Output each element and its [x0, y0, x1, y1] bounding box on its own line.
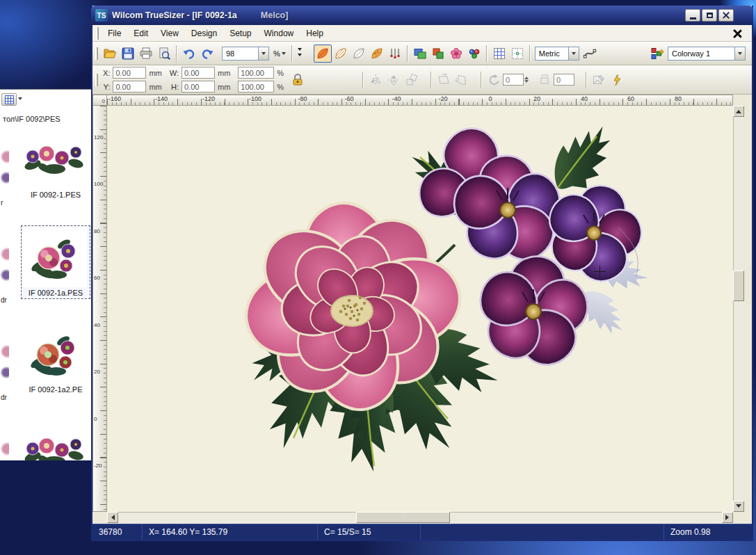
- print-preview-button[interactable]: [155, 45, 173, 63]
- undo-button[interactable]: [180, 45, 198, 63]
- menu-window[interactable]: Window: [258, 26, 300, 41]
- redo-button[interactable]: [198, 45, 216, 63]
- horizontal-scrollbar[interactable]: [107, 512, 733, 523]
- titlebar[interactable]: TS Wilcom TrueSizer - [IF 0092-1a Melco]: [91, 6, 753, 25]
- file-thumbnail-2-selected[interactable]: IF 0092-1a.PES: [21, 225, 90, 299]
- scroll-left-button[interactable]: [107, 512, 118, 523]
- skew-angle-field[interactable]: 0: [554, 74, 574, 86]
- file-thumbnail-4[interactable]: [21, 420, 90, 460]
- flip-horizontal-icon: [369, 73, 383, 87]
- horizontal-scroll-thumb[interactable]: [356, 512, 450, 523]
- separator: [486, 45, 488, 62]
- separator: [176, 45, 177, 62]
- menu-file[interactable]: File: [102, 26, 127, 41]
- print-button[interactable]: [137, 45, 155, 63]
- restore-icon: [707, 13, 713, 18]
- skew-vertical-button[interactable]: [453, 71, 471, 89]
- window-frame-filler: [744, 95, 752, 523]
- scale-x-field[interactable]: 100.00: [238, 67, 274, 79]
- vertical-scroll-thumb[interactable]: [733, 271, 744, 301]
- units-value[interactable]: Metric: [535, 47, 568, 61]
- document-close-icon[interactable]: [732, 29, 742, 38]
- colorway-dropdown-icon[interactable]: [734, 47, 746, 61]
- maximize-button[interactable]: [702, 9, 717, 22]
- scale-x-unit: %: [277, 69, 284, 77]
- rotate-ccw-button[interactable]: [485, 71, 503, 89]
- separator: [481, 72, 482, 88]
- zoom-dropdown-icon[interactable]: [258, 47, 269, 61]
- toolbar-drag-handle[interactable]: [95, 74, 98, 86]
- minimize-button[interactable]: [685, 9, 700, 22]
- grid-view-icon: [5, 95, 14, 104]
- colorway-value[interactable]: Colorway 1: [668, 47, 734, 61]
- needle-points-icon: [388, 47, 402, 61]
- file-thumbnail-1[interactable]: IF 0092-1.PES: [21, 128, 90, 200]
- grid-toggle-button[interactable]: [490, 45, 508, 63]
- truncated-caption: r: [1, 199, 3, 207]
- ruler-label: -20: [438, 95, 447, 102]
- truesizer-window: TS Wilcom TrueSizer - [IF 0092-1a Melco]…: [91, 6, 753, 541]
- x-field[interactable]: 0.00: [113, 67, 146, 79]
- product-color-button[interactable]: [429, 45, 447, 63]
- close-button[interactable]: [718, 9, 734, 22]
- rotate-angle-spinner[interactable]: [524, 74, 529, 85]
- rotate-angle-field[interactable]: 0: [503, 74, 524, 86]
- units-dropdown-icon[interactable]: [568, 47, 579, 61]
- separator: [529, 45, 531, 62]
- ruler-label: 40: [581, 95, 588, 102]
- colorway-editor-button[interactable]: [648, 45, 666, 63]
- percent-dropdown-icon[interactable]: [282, 52, 286, 57]
- colorway-combo[interactable]: Colorway 1: [668, 47, 746, 61]
- design-canvas[interactable]: [107, 106, 733, 512]
- stitch-view-button[interactable]: [332, 45, 350, 63]
- width-field[interactable]: 0.00: [182, 67, 215, 79]
- menu-setup[interactable]: Setup: [223, 26, 257, 41]
- stitch-edit-button[interactable]: [590, 71, 608, 89]
- outline-view-button[interactable]: [350, 45, 368, 63]
- flip-vertical-button[interactable]: [385, 71, 403, 89]
- zoom-percent-button[interactable]: %: [271, 47, 289, 60]
- lock-proportions-button[interactable]: [287, 68, 308, 92]
- background-display-button[interactable]: [411, 45, 429, 63]
- menubar: File Edit View Design Setup Window Help: [93, 25, 752, 42]
- rotate-45-button[interactable]: [403, 71, 421, 89]
- menu-edit[interactable]: Edit: [127, 26, 154, 41]
- menu-design[interactable]: Design: [185, 26, 223, 41]
- measure-button[interactable]: [581, 45, 599, 63]
- slow-redraw-button[interactable]: [608, 71, 626, 89]
- rotate-box-button[interactable]: [536, 71, 554, 89]
- scale-y-unit: %: [277, 83, 284, 91]
- thread-colors-button[interactable]: [465, 45, 483, 63]
- units-combo[interactable]: Metric: [535, 47, 579, 61]
- toolbar-overflow-chevron-icon[interactable]: [298, 48, 302, 58]
- views-button[interactable]: [1, 93, 17, 106]
- toolbar-drag-handle[interactable]: [96, 27, 99, 40]
- trueview-button[interactable]: [314, 45, 332, 63]
- scroll-up-button[interactable]: [733, 106, 744, 117]
- ruler-label: 80: [94, 228, 100, 234]
- open-button[interactable]: [101, 45, 119, 63]
- zoom-combo[interactable]: 98: [222, 47, 269, 61]
- ruler-label: -100: [249, 95, 262, 102]
- file-thumbnail-3[interactable]: IF 0092-1a2.PE: [21, 323, 90, 395]
- hoop-toggle-button[interactable]: [508, 45, 526, 63]
- tatami-view-button[interactable]: [368, 45, 386, 63]
- menu-help[interactable]: Help: [300, 26, 330, 41]
- fabric-button[interactable]: [447, 45, 465, 63]
- height-field[interactable]: 0.00: [182, 81, 215, 92]
- y-field[interactable]: 0.00: [113, 81, 146, 92]
- zoom-value[interactable]: 98: [222, 47, 258, 61]
- skew-horizontal-button[interactable]: [435, 71, 453, 89]
- flip-horizontal-button[interactable]: [367, 71, 385, 89]
- views-dropdown-icon[interactable]: [18, 97, 22, 102]
- truncated-caption: dr: [1, 394, 7, 401]
- toolbar-drag-handle[interactable]: [95, 47, 98, 60]
- vertical-scrollbar[interactable]: [733, 106, 744, 512]
- scale-y-field[interactable]: 100.00: [238, 81, 274, 92]
- save-button[interactable]: [119, 45, 137, 63]
- menu-view[interactable]: View: [154, 26, 185, 41]
- needle-points-button[interactable]: [386, 45, 404, 63]
- scroll-down-button[interactable]: [733, 501, 744, 512]
- scroll-right-button[interactable]: [722, 512, 733, 523]
- stitch-leaf-icon: [334, 47, 348, 61]
